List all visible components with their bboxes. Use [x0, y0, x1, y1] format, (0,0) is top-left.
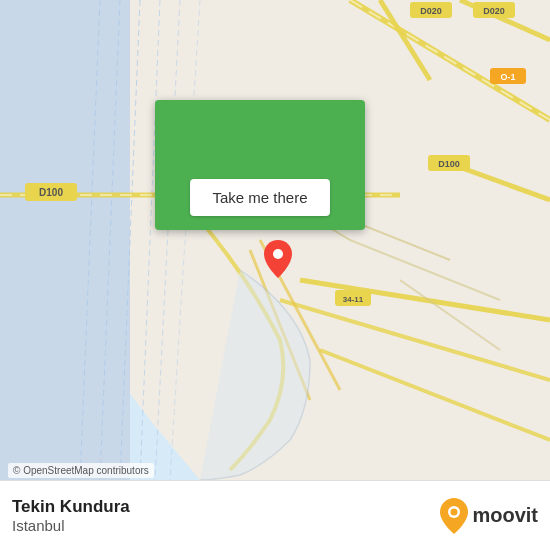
map-attribution: © OpenStreetMap contributors [8, 463, 154, 478]
moovit-text: moovit [472, 504, 538, 527]
moovit-logo[interactable]: moovit [440, 498, 538, 534]
location-name: Tekin Kundura [12, 497, 440, 517]
svg-text:34-11: 34-11 [343, 295, 364, 304]
location-info: Tekin Kundura Istanbul [12, 497, 440, 534]
map-container: D100 D020 D020 O-1 D100 34-11 Take me th… [0, 0, 550, 480]
svg-text:D020: D020 [420, 6, 442, 16]
map-background: D100 D020 D020 O-1 D100 34-11 [0, 0, 550, 480]
take-me-there-button[interactable]: Take me there [190, 179, 329, 216]
svg-point-38 [273, 249, 283, 259]
action-card: Take me there [155, 100, 365, 230]
location-city: Istanbul [12, 517, 440, 534]
bottom-bar: Tekin Kundura Istanbul moovit [0, 480, 550, 550]
svg-point-40 [451, 508, 458, 515]
svg-text:O-1: O-1 [500, 72, 515, 82]
svg-text:D100: D100 [39, 187, 63, 198]
attribution-text: © OpenStreetMap contributors [13, 465, 149, 476]
moovit-pin-icon [440, 498, 468, 534]
svg-text:D020: D020 [483, 6, 505, 16]
svg-text:D100: D100 [438, 159, 460, 169]
svg-marker-1 [90, 0, 550, 480]
